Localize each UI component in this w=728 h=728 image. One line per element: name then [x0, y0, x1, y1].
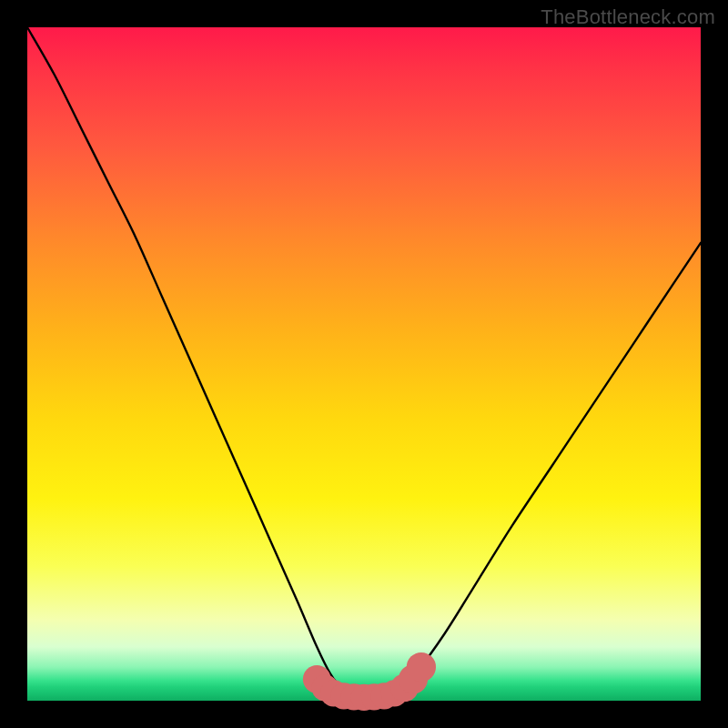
chart-frame: TheBottleneck.com	[0, 0, 728, 728]
chart-plot-area	[27, 27, 701, 701]
chart-svg	[27, 27, 701, 701]
marker-dot	[407, 652, 436, 682]
bottleneck-curve	[27, 27, 701, 697]
watermark-text: TheBottleneck.com	[541, 5, 715, 29]
